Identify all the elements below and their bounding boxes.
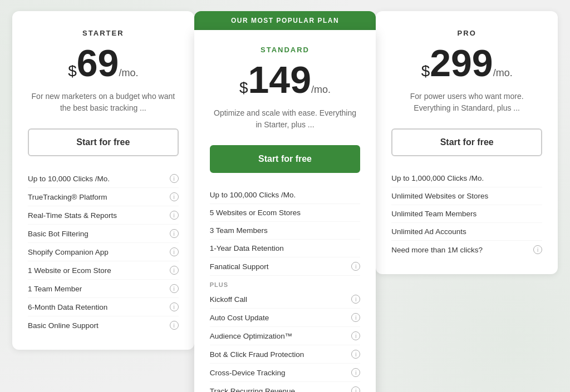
plan-desc-starter: For new marketers on a budget who want t… bbox=[28, 91, 179, 117]
feature-item: 5 Websites or Ecom Stores bbox=[210, 204, 361, 222]
info-icon[interactable]: i bbox=[351, 386, 360, 392]
feature-text: 3 Team Members bbox=[210, 226, 361, 235]
price-amount-standard: 149 bbox=[248, 61, 311, 98]
feature-text: Up to 100,000 Clicks /Mo. bbox=[210, 191, 361, 199]
feature-text: Need more than 1M clicks? bbox=[391, 246, 530, 254]
price-row-pro: $299/mo. bbox=[391, 44, 542, 82]
info-icon[interactable]: i bbox=[170, 211, 179, 220]
feature-text: Real-Time Stats & Reports bbox=[28, 211, 166, 220]
feature-item: Unlimited Websites or Stores bbox=[391, 187, 542, 205]
pricing-container: STARTER$69/mo.For new marketers on a bud… bbox=[12, 11, 558, 392]
price-amount-pro: 299 bbox=[430, 44, 493, 82]
price-period-pro: /mo. bbox=[493, 67, 513, 79]
feature-item: 1-Year Data Retention bbox=[210, 240, 361, 257]
feature-text: 1 Website or Ecom Store bbox=[28, 266, 166, 275]
info-icon[interactable]: i bbox=[533, 245, 542, 254]
info-icon[interactable]: i bbox=[351, 350, 360, 359]
info-icon[interactable]: i bbox=[170, 247, 179, 256]
plan-wrapper-standard: OUR MOST POPULAR PLANSTANDARD$149/mo.Opt… bbox=[194, 11, 376, 392]
feature-item: Cross-Device Trackingi bbox=[210, 364, 361, 382]
feature-text: Unlimited Team Members bbox=[391, 210, 542, 218]
feature-text: TrueTracking® Platform bbox=[28, 193, 166, 201]
feature-item: Unlimited Team Members bbox=[391, 205, 542, 223]
price-period-starter: /mo. bbox=[119, 67, 138, 79]
feature-text: Unlimited Ad Accounts bbox=[391, 227, 542, 236]
feature-item: Basic Online Supporti bbox=[28, 316, 179, 334]
feature-item: 1 Team Memberi bbox=[28, 280, 179, 298]
feature-item: 1 Website or Ecom Storei bbox=[28, 261, 179, 280]
info-icon[interactable]: i bbox=[170, 229, 179, 238]
feature-text: 5 Websites or Ecom Stores bbox=[210, 209, 361, 217]
price-dollar-standard: $ bbox=[239, 79, 248, 97]
feature-text: 6-Month Data Retention bbox=[28, 303, 166, 311]
price-dollar-starter: $ bbox=[68, 62, 77, 80]
feature-text: Up to 1,000,000 Clicks /Mo. bbox=[391, 174, 542, 182]
feature-item: 6-Month Data Retentioni bbox=[28, 298, 179, 316]
info-icon[interactable]: i bbox=[170, 302, 179, 311]
feature-item: Kickoff Calli bbox=[210, 290, 361, 309]
feature-text: Fanatical Support bbox=[210, 262, 348, 271]
price-dollar-pro: $ bbox=[421, 62, 430, 80]
info-icon[interactable]: i bbox=[351, 295, 360, 304]
section-label: PLUS bbox=[210, 276, 361, 290]
feature-text: 1 Team Member bbox=[28, 285, 166, 293]
feature-item: Audience Optimization™i bbox=[210, 327, 361, 345]
plan-card-standard: STANDARD$149/mo.Optimize and scale with … bbox=[194, 30, 376, 392]
featured-banner: OUR MOST POPULAR PLAN bbox=[194, 11, 376, 30]
cta-button-pro[interactable]: Start for free bbox=[391, 128, 542, 156]
plan-desc-standard: Optimize and scale with ease. Everything… bbox=[210, 107, 361, 134]
feature-item: Unlimited Ad Accounts bbox=[391, 223, 542, 241]
feature-text: Basic Online Support bbox=[28, 321, 166, 330]
info-icon[interactable]: i bbox=[170, 192, 179, 201]
plan-card-starter: STARTER$69/mo.For new marketers on a bud… bbox=[12, 11, 194, 350]
plan-name-starter: STARTER bbox=[28, 29, 179, 37]
price-row-starter: $69/mo. bbox=[28, 44, 179, 82]
feature-item: Basic Bot Filteringi bbox=[28, 225, 179, 243]
info-icon[interactable]: i bbox=[351, 368, 360, 377]
feature-item: Track Recurring Revenuei bbox=[210, 382, 361, 392]
info-icon[interactable]: i bbox=[170, 266, 179, 275]
feature-item: Up to 100,000 Clicks /Mo. bbox=[210, 186, 361, 204]
feature-text: Track Recurring Revenue bbox=[210, 387, 348, 393]
feature-text: Up to 10,000 Clicks /Mo. bbox=[28, 175, 166, 183]
cta-button-starter[interactable]: Start for free bbox=[28, 128, 179, 156]
price-row-standard: $149/mo. bbox=[210, 61, 361, 98]
cta-button-standard[interactable]: Start for free bbox=[210, 145, 361, 173]
feature-text: 1-Year Data Retention bbox=[210, 244, 361, 252]
feature-item: Auto Cost Updatei bbox=[210, 309, 361, 327]
plan-card-pro: PRO$299/mo.For power users who want more… bbox=[376, 11, 558, 274]
feature-text: Shopify Companion App bbox=[28, 248, 166, 256]
feature-text: Unlimited Websites or Stores bbox=[391, 192, 542, 200]
info-icon[interactable]: i bbox=[170, 321, 179, 330]
plan-name-standard: STANDARD bbox=[210, 46, 361, 54]
feature-item: Up to 10,000 Clicks /Mo.i bbox=[28, 170, 179, 188]
price-period-standard: /mo. bbox=[311, 84, 331, 96]
feature-item: Real-Time Stats & Reportsi bbox=[28, 206, 179, 225]
feature-text: Basic Bot Filtering bbox=[28, 230, 166, 238]
info-icon[interactable]: i bbox=[170, 174, 179, 183]
plan-wrapper-starter: STARTER$69/mo.For new marketers on a bud… bbox=[12, 11, 194, 350]
feature-text: Audience Optimization™ bbox=[210, 332, 348, 340]
feature-item: Bot & Click Fraud Protectioni bbox=[210, 345, 361, 364]
price-amount-starter: 69 bbox=[77, 44, 119, 82]
feature-text: Auto Cost Update bbox=[210, 314, 348, 322]
feature-item: 3 Team Members bbox=[210, 222, 361, 240]
info-icon[interactable]: i bbox=[351, 331, 360, 340]
plan-desc-pro: For power users who want more. Everythin… bbox=[391, 91, 542, 117]
plan-wrapper-pro: PRO$299/mo.For power users who want more… bbox=[376, 11, 558, 274]
info-icon[interactable]: i bbox=[351, 262, 360, 271]
feature-text: Cross-Device Tracking bbox=[210, 369, 348, 377]
feature-item: Need more than 1M clicks?i bbox=[391, 241, 542, 259]
feature-text: Kickoff Call bbox=[210, 295, 348, 304]
plan-name-pro: PRO bbox=[391, 29, 542, 37]
info-icon[interactable]: i bbox=[170, 284, 179, 293]
feature-item: Shopify Companion Appi bbox=[28, 243, 179, 261]
info-icon[interactable]: i bbox=[351, 313, 360, 322]
feature-item: Fanatical Supporti bbox=[210, 257, 361, 276]
feature-text: Bot & Click Fraud Protection bbox=[210, 350, 348, 359]
feature-item: TrueTracking® Platformi bbox=[28, 188, 179, 206]
feature-item: Up to 1,000,000 Clicks /Mo. bbox=[391, 170, 542, 187]
